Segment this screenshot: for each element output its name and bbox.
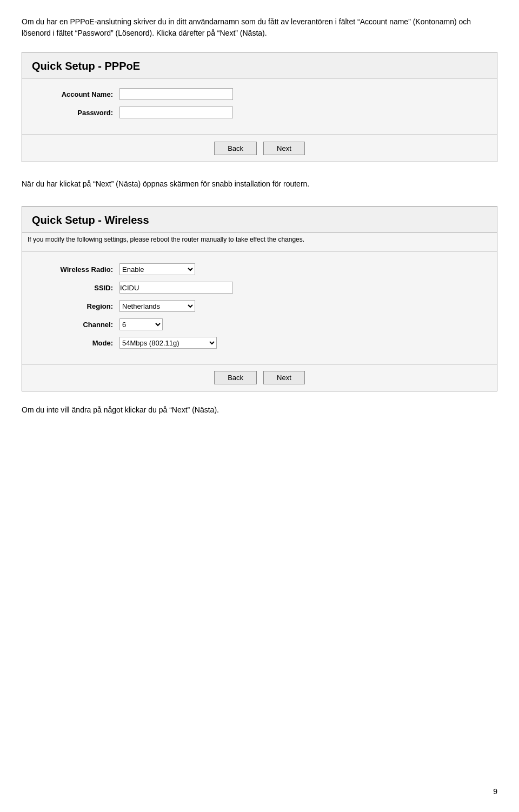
pppoe-panel-footer: Back Next [22,135,497,162]
wireless-form-area: Wireless Radio: Enable Disable SSID: Reg… [22,257,497,364]
page-number: 9 [493,787,497,796]
account-name-input[interactable] [119,88,233,100]
wireless-next-button[interactable]: Next [263,371,305,384]
account-name-label: Account Name: [33,90,119,98]
channel-row: Channel: 6 [33,318,486,330]
footer-paragraph: Om du inte vill ändra på något klickar d… [22,404,497,416]
ssid-label: SSID: [33,284,119,292]
wireless-panel-footer: Back Next [22,364,497,391]
region-label: Region: [33,302,119,310]
password-input[interactable] [119,107,233,118]
intro-paragraph: Om du har en PPPoE-anslutning skriver du… [22,16,497,39]
ssid-row: SSID: [33,282,486,294]
mode-select[interactable]: 54Mbps (802.11g) [119,337,217,349]
region-select[interactable]: Netherlands [119,300,195,312]
wireless-radio-label: Wireless Radio: [33,265,119,274]
wireless-panel-body: If you modify the following settings, pl… [22,232,497,364]
account-name-row: Account Name: [33,88,486,100]
wireless-radio-row: Wireless Radio: Enable Disable [33,263,486,275]
mode-row: Mode: 54Mbps (802.11g) [33,337,486,349]
mode-label: Mode: [33,339,119,347]
region-row: Region: Netherlands [33,300,486,312]
between-text: När du har klickat på “Next” (Nästa) öpp… [22,178,497,190]
password-row: Password: [33,107,486,118]
pppoe-panel-title: Quick Setup - PPPoE [22,52,497,78]
pppoe-back-button[interactable]: Back [214,142,257,155]
wireless-back-button[interactable]: Back [214,371,257,384]
channel-select[interactable]: 6 [119,318,163,330]
ssid-input[interactable] [119,282,233,294]
pppoe-panel: Quick Setup - PPPoE Account Name: Passwo… [22,52,497,162]
pppoe-panel-body: Account Name: Password: [22,78,497,135]
pppoe-next-button[interactable]: Next [263,142,305,155]
wireless-radio-select[interactable]: Enable Disable [119,263,195,275]
password-label: Password: [33,109,119,117]
wireless-notice: If you modify the following settings, pl… [22,232,497,251]
channel-label: Channel: [33,321,119,329]
wireless-panel-title: Quick Setup - Wireless [22,207,497,232]
wireless-panel: Quick Setup - Wireless If you modify the… [22,206,497,391]
